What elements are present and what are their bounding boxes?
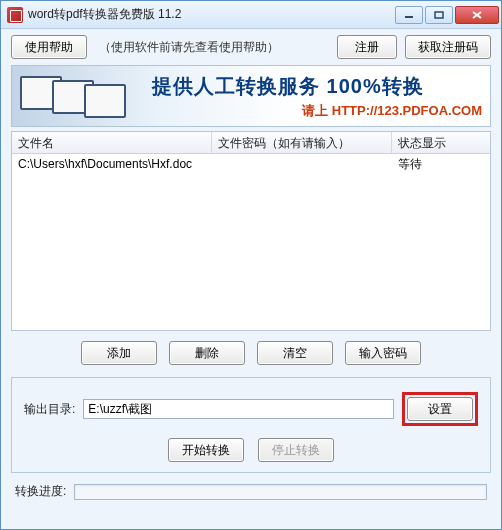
app-window: word转pdf转换器免费版 11.2 使用帮助 （使用软件前请先查看使用帮助）… xyxy=(0,0,502,530)
banner-url: HTTP://123.PDFOA.COM xyxy=(332,103,482,118)
svg-rect-1 xyxy=(435,12,443,18)
file-table: 文件名 文件密码（如有请输入） 状态显示 C:\Users\hxf\Docume… xyxy=(11,131,491,331)
titlebar[interactable]: word转pdf转换器免费版 11.2 xyxy=(1,1,501,29)
input-password-button[interactable]: 输入密码 xyxy=(345,341,421,365)
col-header-filename[interactable]: 文件名 xyxy=(12,132,212,153)
banner-art xyxy=(12,66,152,126)
minimize-button[interactable] xyxy=(395,6,423,24)
get-code-button[interactable]: 获取注册码 xyxy=(405,35,491,59)
usage-hint: （使用软件前请先查看使用帮助） xyxy=(95,39,329,56)
minimize-icon xyxy=(404,11,414,19)
output-group: 输出目录: 设置 开始转换 停止转换 xyxy=(11,377,491,473)
col-header-password[interactable]: 文件密码（如有请输入） xyxy=(212,132,392,153)
close-icon xyxy=(471,10,483,20)
banner-headline: 提供人工转换服务 100%转换 xyxy=(152,73,424,100)
top-toolbar: 使用帮助 （使用软件前请先查看使用帮助） 注册 获取注册码 xyxy=(11,35,491,59)
stop-convert-button[interactable]: 停止转换 xyxy=(258,438,334,462)
close-button[interactable] xyxy=(455,6,499,24)
table-header: 文件名 文件密码（如有请输入） 状态显示 xyxy=(12,132,490,154)
add-button[interactable]: 添加 xyxy=(81,341,157,365)
table-row[interactable]: C:\Users\hxf\Documents\Hxf.doc 等待 xyxy=(12,154,490,174)
progress-row: 转换进度: xyxy=(11,473,491,500)
output-label: 输出目录: xyxy=(24,401,75,418)
help-button[interactable]: 使用帮助 xyxy=(11,35,87,59)
banner-subline: 请上 HTTP://123.PDFOA.COM xyxy=(302,102,482,120)
window-title: word转pdf转换器免费版 11.2 xyxy=(28,6,395,23)
register-button[interactable]: 注册 xyxy=(337,35,397,59)
convert-row: 开始转换 停止转换 xyxy=(24,438,478,462)
maximize-button[interactable] xyxy=(425,6,453,24)
cell-status: 等待 xyxy=(392,154,490,175)
cell-password xyxy=(212,162,392,166)
output-path-input[interactable] xyxy=(83,399,394,419)
app-icon xyxy=(7,7,23,23)
progress-label: 转换进度: xyxy=(15,483,66,500)
client-area: 使用帮助 （使用软件前请先查看使用帮助） 注册 获取注册码 提供人工转换服务 1… xyxy=(1,29,501,529)
clear-button[interactable]: 清空 xyxy=(257,341,333,365)
banner-sub-prefix: 请上 xyxy=(302,103,332,118)
banner-text: 提供人工转换服务 100%转换 请上 HTTP://123.PDFOA.COM xyxy=(152,66,490,126)
settings-button[interactable]: 设置 xyxy=(407,397,473,421)
progress-bar xyxy=(74,484,487,500)
file-actions: 添加 删除 清空 输入密码 xyxy=(11,331,491,371)
col-header-status[interactable]: 状态显示 xyxy=(392,132,490,153)
ad-banner[interactable]: 提供人工转换服务 100%转换 请上 HTTP://123.PDFOA.COM xyxy=(11,65,491,127)
settings-highlight: 设置 xyxy=(402,392,478,426)
whiteboard-icon xyxy=(84,84,126,118)
output-row: 输出目录: 设置 xyxy=(24,392,478,426)
table-body[interactable]: C:\Users\hxf\Documents\Hxf.doc 等待 xyxy=(12,154,490,330)
maximize-icon xyxy=(434,11,444,19)
delete-button[interactable]: 删除 xyxy=(169,341,245,365)
window-controls xyxy=(395,6,499,24)
start-convert-button[interactable]: 开始转换 xyxy=(168,438,244,462)
cell-filename: C:\Users\hxf\Documents\Hxf.doc xyxy=(12,155,212,173)
